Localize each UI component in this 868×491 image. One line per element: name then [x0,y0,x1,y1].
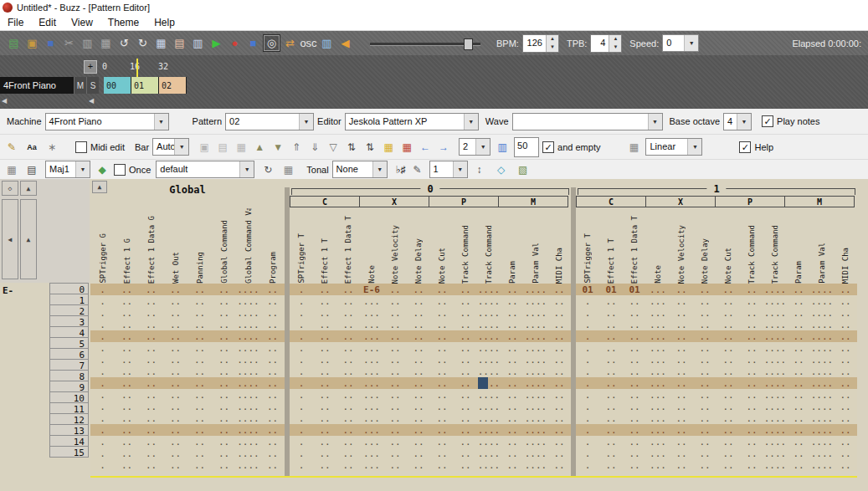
pattern-cell[interactable]: .... [477,307,501,319]
pattern-cell[interactable]: .. [383,401,407,412]
pattern-cell[interactable]: .. [139,284,163,295]
pattern-cell[interactable]: .. [623,412,646,424]
pattern-cell[interactable]: .. [260,448,285,459]
speed-select[interactable]: 0 ▼ [662,34,699,52]
pattern-cell[interactable]: .. [670,342,693,354]
pattern-cell[interactable]: .. [407,459,430,471]
transpose-up-icon[interactable]: ▲ [251,139,268,156]
pattern-cell[interactable]: ... [646,412,670,424]
scale-select[interactable]: Maj1 ▼ [45,161,90,178]
pattern-cell[interactable]: .. [454,284,477,295]
pattern-cell[interactable]: .. [787,401,810,412]
grid-settings-icon[interactable]: ▦ [625,139,642,156]
pattern-cell[interactable]: .. [163,401,187,412]
brush-icon[interactable]: ✎ [3,139,20,156]
pattern-cell[interactable]: .. [787,284,810,295]
pattern-cell[interactable]: .. [716,295,740,307]
pattern-cell[interactable]: .. [187,284,212,295]
pattern-cell[interactable]: .. [740,377,763,389]
pattern-cell[interactable]: .. [430,295,454,307]
pattern-cell[interactable]: ... [646,401,670,412]
pattern-cell[interactable]: .. [716,307,740,319]
pattern-cell[interactable]: .. [430,401,454,412]
pattern-cell[interactable]: .. [430,342,454,354]
pattern-cell[interactable]: .. [787,389,810,401]
pattern-cell[interactable]: .. [834,366,857,377]
pattern-cell[interactable]: .. [834,377,857,389]
pattern-cell[interactable]: .. [139,307,163,319]
pattern-cell[interactable]: .. [716,459,740,471]
pattern-cell[interactable]: .... [763,459,787,471]
pattern-cell[interactable]: .. [212,319,236,330]
pattern-cell[interactable]: .... [763,436,787,448]
pattern-cell[interactable]: 01 [623,284,646,295]
pattern-cell[interactable]: .. [212,436,236,448]
pattern-cell[interactable]: .. [212,377,236,389]
pattern-cell[interactable]: 01 [599,284,623,295]
pattern-cell[interactable]: .. [260,354,285,366]
pattern-cell[interactable]: .... [524,330,547,342]
pattern-cell[interactable]: .. [187,342,212,354]
pattern-cell[interactable]: .... [236,330,260,342]
pattern-cell[interactable]: .. [670,448,693,459]
pattern-cell[interactable]: .... [477,284,501,295]
pattern-cell[interactable]: . [290,284,313,295]
pattern-cell[interactable]: .. [336,448,360,459]
pattern-cell[interactable]: . [290,295,313,307]
pattern-cell[interactable]: ... [646,424,670,436]
pattern-cell[interactable]: .. [115,448,139,459]
pattern-cell[interactable]: .. [336,330,360,342]
pattern-cell[interactable]: .... [810,366,834,377]
pattern-cell[interactable]: .. [599,412,623,424]
row-number[interactable]: 15 [49,446,89,458]
copy-icon[interactable]: ▥ [79,34,96,52]
and-empty-checkbox[interactable]: ✓ [542,141,554,153]
pattern-cell[interactable]: .. [623,389,646,401]
pattern-cell[interactable]: .. [501,330,524,342]
pattern-cell[interactable]: .. [163,295,187,307]
pattern-cell[interactable]: .. [740,295,763,307]
pattern-cell[interactable]: .. [716,330,740,342]
refresh-icon[interactable]: ↻ [259,161,276,178]
pattern-cell[interactable]: ... [360,307,383,319]
row-number[interactable]: 4 [49,326,89,338]
pattern-cell[interactable]: .. [599,366,623,377]
pattern-cell[interactable]: .. [115,342,139,354]
bpm-down-icon[interactable]: ▼ [547,43,558,52]
pattern-cell[interactable]: . [290,330,313,342]
column-header[interactable]: Note [360,208,383,284]
pattern-cell[interactable]: .. [212,366,236,377]
pattern-cell[interactable]: .. [501,459,524,471]
pattern-cell[interactable]: .. [547,307,571,319]
pattern-cell[interactable]: .. [163,330,187,342]
pattern-cell[interactable]: .. [501,401,524,412]
pattern-cell[interactable]: . [576,307,599,319]
pattern-cell[interactable]: .... [763,448,787,459]
row-number[interactable]: 11 [49,402,89,414]
octave-down-icon[interactable]: ⇓ [306,139,323,156]
filter-icon[interactable]: ▽ [325,139,342,156]
chevron-down-icon[interactable]: ▼ [453,161,467,177]
pattern-cell[interactable]: .. [547,366,571,377]
pattern-cell[interactable]: .... [236,342,260,354]
tpb-down-icon[interactable]: ▼ [609,43,621,52]
pattern-cell[interactable]: .... [236,459,260,471]
pattern-cell[interactable]: .. [407,366,430,377]
pattern-cell[interactable]: . [576,459,599,471]
pattern-cell[interactable]: .. [139,459,163,471]
row-number[interactable]: 10 [49,391,89,403]
column-header[interactable]: Note [646,208,670,284]
pattern-cell[interactable]: .. [670,436,693,448]
pattern-cell[interactable]: . [290,307,313,319]
pattern-cell[interactable]: .. [693,330,716,342]
mute-button[interactable]: M [74,77,86,94]
pattern-cell[interactable]: .. [740,342,763,354]
row-number[interactable]: 12 [49,413,89,425]
column-levels-icon[interactable]: ▥ [494,139,511,156]
pattern-cell[interactable]: .... [763,284,787,295]
font-icon[interactable]: Aa [23,139,40,156]
pattern-cell[interactable]: .. [834,401,857,412]
pattern-cell[interactable]: .. [313,412,336,424]
pattern-cell[interactable]: .. [693,448,716,459]
bar-select[interactable]: Auto ▼ [152,138,189,156]
